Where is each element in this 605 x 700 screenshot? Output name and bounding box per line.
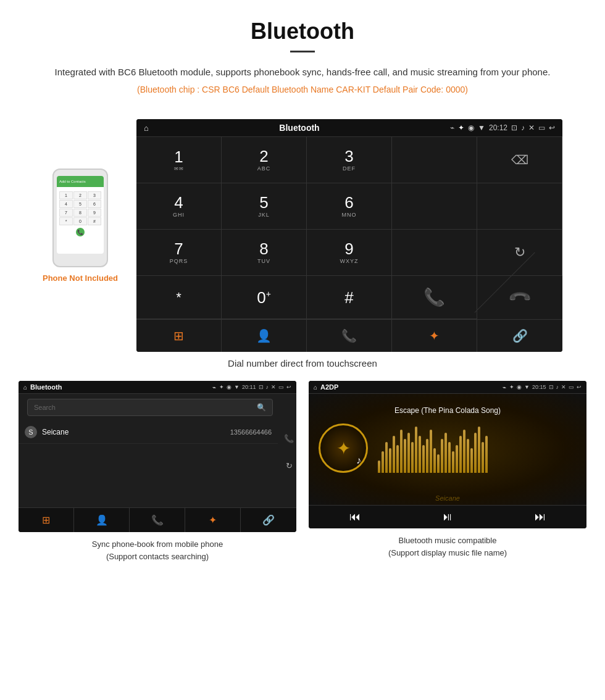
music-wifi-icon: ▼	[524, 384, 530, 390]
music-camera-icon: ⊡	[549, 384, 554, 390]
pb-win-icon: ▭	[278, 384, 284, 390]
side-refresh-icon[interactable]: ↻	[286, 461, 293, 470]
car-btn-phone[interactable]: 📞	[307, 320, 392, 352]
dial-key-7[interactable]: 7 PQRS	[136, 230, 222, 276]
pb-btn-dialpad[interactable]: ⊞	[19, 508, 74, 532]
dialpad-empty-2	[392, 183, 477, 230]
phone-key: 0	[73, 217, 87, 225]
pb-btn-bluetooth[interactable]: ✦	[185, 508, 241, 532]
pb-btn-contacts[interactable]: 👤	[74, 508, 130, 532]
usb-icon: ⌁	[450, 123, 454, 132]
phonebook-spacer	[19, 483, 296, 507]
page-header: Bluetooth Integrated with BC6 Bluetooth …	[0, 0, 605, 119]
side-icons: 📞 ↻	[284, 421, 294, 483]
dial-key-4[interactable]: 4 GHI	[136, 183, 222, 230]
car-btn-dialpad[interactable]: ⊞	[136, 320, 222, 352]
dialpad-empty-3	[477, 183, 562, 230]
music-prev-btn[interactable]: ⏮	[349, 510, 361, 523]
music-home-icon[interactable]: ⌂	[314, 384, 317, 391]
dial-key-5[interactable]: 5 JKL	[222, 183, 307, 230]
bluetooth-music-icon: ✦	[336, 438, 351, 459]
music-status-bar: ⌂ A2DP ⌁ ✦ ◉ ▼ 20:15 ⊡ ♪ ✕ ▭ ↩	[309, 381, 586, 394]
dial-delete-btn[interactable]: ⌫	[477, 137, 562, 183]
music-album-art: ✦ ♪	[319, 423, 368, 473]
bottom-screenshots: ⌂ Bluetooth ⌁ ✦ ◉ ▼ 20:11 ⊡ ♪ ✕ ▭ ↩	[0, 381, 605, 562]
pb-screen-title: Bluetooth	[30, 383, 209, 391]
music-next-btn[interactable]: ⏭	[535, 510, 546, 523]
search-icon[interactable]: 🔍	[257, 403, 266, 412]
phonebook-screen-wrapper: ⌂ Bluetooth ⌁ ✦ ◉ ▼ 20:11 ⊡ ♪ ✕ ▭ ↩	[19, 381, 296, 562]
phone-key: #	[88, 217, 101, 225]
side-phone-icon[interactable]: 📞	[284, 434, 294, 443]
main-caption: Dial number direct from touchscreen	[0, 358, 605, 369]
phone-call-btn: 📞	[76, 228, 85, 236]
phone-key: 8	[73, 209, 87, 217]
music-usb-icon: ⌁	[503, 384, 506, 391]
music-play-btn[interactable]: ⏯	[442, 510, 453, 523]
music-song-title: Escape (The Pina Colada Song)	[394, 406, 501, 415]
search-placeholder: Search	[34, 404, 56, 411]
phone-key: 5	[73, 200, 87, 208]
main-screenshot-container: Add to Contacts 1 2 3 4 5 6 7 8 9 * 0	[0, 119, 605, 352]
dial-key-star[interactable]: *	[136, 276, 222, 319]
pb-wifi-icon: ▼	[234, 384, 240, 390]
car-btn-bluetooth[interactable]: ✦	[392, 320, 477, 352]
dial-key-8[interactable]: 8 TUV	[222, 230, 307, 276]
time-display: 20:12	[489, 123, 507, 132]
dialpad-grid: 1 ✉✉ 2 ABC 3 DEF ⌫ 4 GHI 5 JKL	[136, 137, 562, 319]
car-btn-contacts[interactable]: 👤	[222, 320, 307, 352]
music-caption-line2: (Support display music file name)	[388, 548, 507, 557]
volume-icon: ♪	[521, 123, 525, 132]
dial-key-hash[interactable]: #	[307, 276, 392, 319]
music-caption: Bluetooth music compatible (Support disp…	[388, 535, 507, 559]
screen-title: Bluetooth	[154, 123, 445, 133]
car-unit-screen: ⌂ Bluetooth ⌁ ✦ ◉ ▼ 20:12 ⊡ ♪ ✕ ▭ ↩ 1 ✉✉	[136, 119, 562, 352]
phonebook-bottom-bar: ⊞ 👤 📞 ✦ 🔗	[19, 507, 296, 532]
music-screen-wrapper: ⌂ A2DP ⌁ ✦ ◉ ▼ 20:15 ⊡ ♪ ✕ ▭ ↩ Escape (T…	[309, 381, 586, 562]
pb-back-icon[interactable]: ↩	[286, 384, 291, 390]
phone-screen-header: Add to Contacts	[57, 176, 104, 187]
phone-screen-body: 1 2 3 4 5 6 7 8 9 * 0 #	[57, 187, 104, 239]
contact-row[interactable]: S Seicane 13566664466	[19, 421, 278, 444]
phone-key: 1	[59, 191, 73, 199]
phonebook-search-container: Search 🔍	[22, 399, 278, 416]
camera-icon: ⊡	[511, 123, 517, 132]
dial-key-6[interactable]: 6 MNO	[307, 183, 392, 230]
dial-key-2[interactable]: 2 ABC	[222, 137, 307, 183]
music-equalizer	[378, 423, 577, 473]
phone-key: 6	[88, 200, 101, 208]
phone-aside: Add to Contacts 1 2 3 4 5 6 7 8 9 * 0	[43, 119, 118, 283]
phone-key: *	[59, 217, 73, 225]
phone-screen: Add to Contacts 1 2 3 4 5 6 7 8 9 * 0	[57, 176, 104, 254]
music-content: Escape (The Pina Colada Song) ✦ ♪ Seican…	[309, 394, 586, 505]
location-icon: ◉	[468, 123, 474, 132]
dial-key-3[interactable]: 3 DEF	[307, 137, 392, 183]
music-vol-icon: ♪	[556, 384, 559, 390]
window-icon: ▭	[538, 123, 545, 132]
phonebook-search-bar[interactable]: Search 🔍	[27, 399, 273, 416]
phone-key: 2	[73, 191, 87, 199]
back-icon[interactable]: ↩	[549, 123, 555, 132]
music-bt-icon: ✦	[509, 384, 514, 390]
pb-close-icon[interactable]: ✕	[271, 384, 276, 390]
music-close-icon[interactable]: ✕	[561, 384, 566, 390]
phonebook-caption-line1: Sync phone-book from mobile phone	[92, 540, 223, 549]
music-time: 20:15	[532, 384, 546, 390]
pb-camera-icon: ⊡	[259, 384, 264, 390]
home-icon[interactable]: ⌂	[144, 123, 149, 133]
music-art-row: ✦ ♪	[319, 423, 577, 473]
pb-home-icon[interactable]: ⌂	[23, 384, 27, 391]
dial-key-0[interactable]: 0+	[222, 276, 307, 319]
pb-usb-icon: ⌁	[212, 384, 216, 391]
music-back-icon[interactable]: ↩	[577, 384, 582, 390]
dialpad-empty-4	[392, 230, 477, 276]
pb-btn-phone[interactable]: 📞	[130, 508, 185, 532]
dial-key-1[interactable]: 1 ✉✉	[136, 137, 222, 183]
pb-btn-link[interactable]: 🔗	[241, 508, 296, 532]
dialpad-empty-1	[392, 137, 477, 183]
dial-call-btn[interactable]: 📞	[392, 276, 477, 319]
close-icon[interactable]: ✕	[528, 123, 535, 132]
page-title: Bluetooth	[49, 19, 556, 44]
dial-key-9[interactable]: 9 WXYZ	[307, 230, 392, 276]
phonebook-car-screen: ⌂ Bluetooth ⌁ ✦ ◉ ▼ 20:11 ⊡ ♪ ✕ ▭ ↩	[19, 381, 296, 532]
